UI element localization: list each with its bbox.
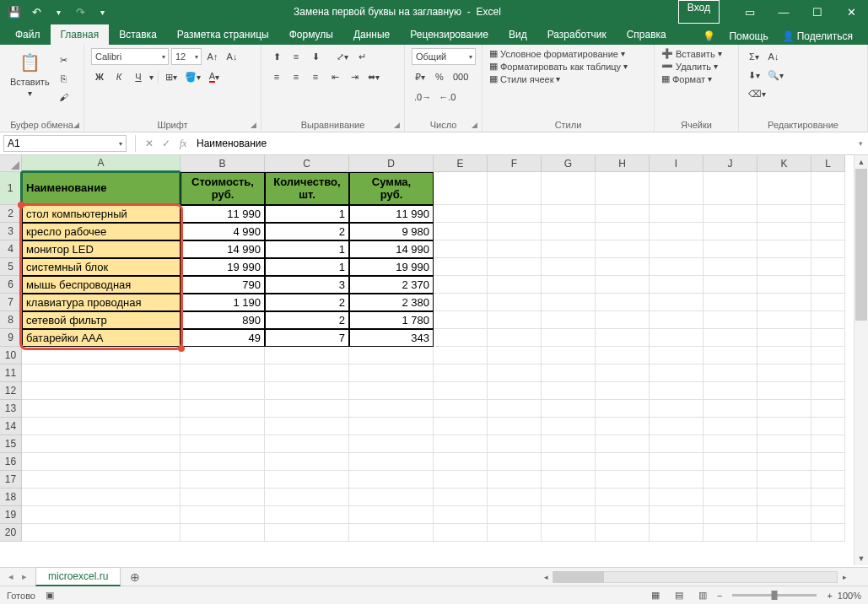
cell[interactable]: [757, 223, 811, 240]
cell[interactable]: [650, 435, 704, 453]
cell[interactable]: [22, 453, 181, 471]
cell[interactable]: 1: [265, 258, 349, 276]
align-left-icon[interactable]: ≡: [268, 68, 285, 85]
close-icon[interactable]: ✕: [834, 0, 868, 24]
tab-формулы[interactable]: Формулы: [279, 24, 343, 45]
cell[interactable]: [650, 489, 704, 506]
cell[interactable]: 19 990: [181, 258, 265, 276]
cell[interactable]: [542, 258, 596, 276]
cell[interactable]: [434, 435, 488, 453]
cell[interactable]: 890: [181, 311, 265, 329]
bold-button[interactable]: Ж: [91, 68, 108, 85]
cell[interactable]: 1: [265, 240, 349, 258]
cell[interactable]: [596, 382, 650, 400]
save-icon[interactable]: 💾: [5, 3, 24, 21]
cell[interactable]: [704, 311, 757, 329]
ribbon-options-icon[interactable]: ▭: [733, 0, 767, 24]
cell[interactable]: 19 990: [349, 258, 434, 276]
cell[interactable]: [596, 347, 650, 364]
login-button[interactable]: Вход: [678, 0, 720, 24]
cell[interactable]: Количество,шт.: [265, 172, 349, 205]
sheet-nav-last-icon[interactable]: ▸: [22, 571, 27, 582]
cell[interactable]: 790: [181, 276, 265, 294]
cell[interactable]: [596, 418, 650, 435]
cell[interactable]: [704, 240, 757, 258]
cell[interactable]: [757, 276, 811, 294]
paste-button[interactable]: 📋 Вставить ▾: [7, 48, 53, 100]
column-header[interactable]: F: [488, 155, 542, 172]
cell[interactable]: [181, 400, 265, 418]
cell[interactable]: [488, 489, 542, 506]
cell[interactable]: 14 990: [181, 240, 265, 258]
cell[interactable]: [757, 524, 811, 542]
scroll-left-icon[interactable]: ◂: [539, 570, 553, 584]
font-color-icon[interactable]: A▾: [206, 68, 223, 85]
cell[interactable]: [811, 435, 845, 453]
row-header[interactable]: 20: [0, 524, 22, 542]
row-header[interactable]: 13: [0, 400, 22, 418]
column-header[interactable]: L: [811, 155, 845, 172]
tab-справка[interactable]: Справка: [617, 24, 677, 45]
cell[interactable]: [650, 294, 704, 311]
cell[interactable]: [488, 294, 542, 311]
fill-color-icon[interactable]: 🪣▾: [182, 68, 203, 85]
cell[interactable]: 2: [265, 223, 349, 240]
cell[interactable]: [757, 418, 811, 435]
select-all-button[interactable]: [0, 155, 22, 172]
align-bottom-icon[interactable]: ⬇: [307, 48, 324, 65]
cell[interactable]: 7: [265, 329, 349, 347]
cell[interactable]: [434, 418, 488, 435]
zoom-in-icon[interactable]: +: [827, 591, 832, 601]
cell[interactable]: [811, 382, 845, 400]
tab-разметка страницы[interactable]: Разметка страницы: [167, 24, 279, 45]
row-header[interactable]: 4: [0, 240, 22, 258]
cell[interactable]: [542, 294, 596, 311]
cancel-formula-icon[interactable]: ✕: [141, 138, 158, 149]
cell[interactable]: [650, 364, 704, 382]
cell[interactable]: [650, 223, 704, 240]
cell[interactable]: [181, 506, 265, 524]
tab-данные[interactable]: Данные: [343, 24, 400, 45]
column-header[interactable]: H: [596, 155, 650, 172]
horizontal-scrollbar[interactable]: ◂ ▸: [539, 570, 851, 584]
row-headers[interactable]: 1234567891011121314151617181920: [0, 172, 22, 542]
cell[interactable]: [650, 506, 704, 524]
cell[interactable]: [704, 489, 757, 506]
sheet-tab[interactable]: microexcel.ru: [35, 567, 121, 586]
cell[interactable]: [704, 294, 757, 311]
cell[interactable]: Сумма,руб.: [349, 172, 434, 205]
cell[interactable]: [265, 418, 349, 435]
cell[interactable]: [349, 382, 434, 400]
undo-icon[interactable]: ↶: [27, 3, 46, 21]
cell[interactable]: [349, 347, 434, 364]
cell[interactable]: [349, 364, 434, 382]
column-header[interactable]: J: [704, 155, 757, 172]
cell[interactable]: [349, 489, 434, 506]
font-launcher-icon[interactable]: ◢: [251, 121, 259, 129]
cell[interactable]: кресло рабочее: [22, 223, 181, 240]
cell[interactable]: [542, 172, 596, 205]
redo-icon[interactable]: ↷: [71, 3, 89, 21]
cell[interactable]: [181, 364, 265, 382]
cell[interactable]: [650, 400, 704, 418]
help-link[interactable]: Помощь: [724, 28, 773, 45]
share-button[interactable]: 👤 Поделиться: [777, 28, 858, 45]
cell[interactable]: [349, 471, 434, 489]
cell[interactable]: [434, 382, 488, 400]
cell[interactable]: сетевой фильтр: [22, 311, 181, 329]
cell[interactable]: 3: [265, 276, 349, 294]
cell[interactable]: [811, 524, 845, 542]
format-cells-button[interactable]: ▦ Формат ▾: [661, 73, 731, 84]
cell[interactable]: [434, 400, 488, 418]
cell[interactable]: 2 380: [349, 294, 434, 311]
cell[interactable]: [22, 435, 181, 453]
normal-view-icon[interactable]: ▦: [646, 588, 665, 603]
tell-me-icon[interactable]: 💡: [698, 28, 720, 45]
cell[interactable]: [757, 382, 811, 400]
cell[interactable]: [811, 258, 845, 276]
cell[interactable]: [811, 223, 845, 240]
cell[interactable]: [488, 400, 542, 418]
cell[interactable]: 14 990: [349, 240, 434, 258]
cell[interactable]: 343: [349, 329, 434, 347]
vscroll-thumb[interactable]: [855, 169, 867, 321]
